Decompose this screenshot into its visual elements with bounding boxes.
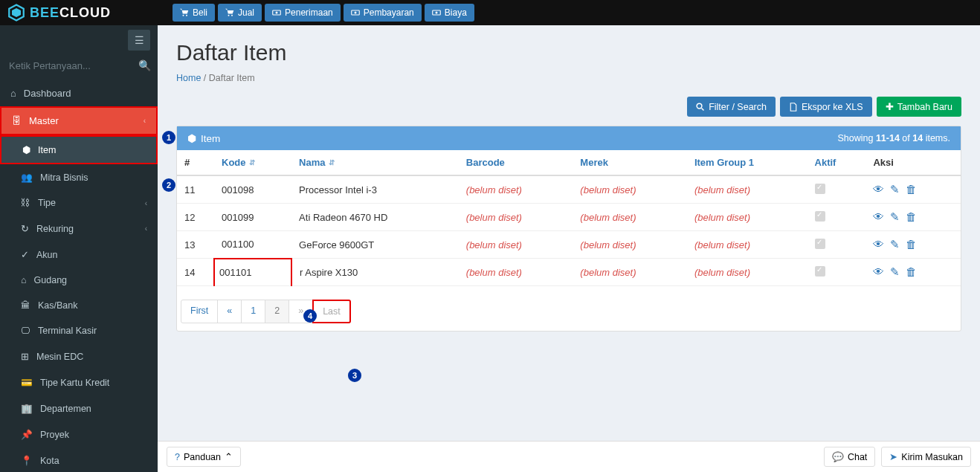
edit-icon[interactable]: ✎ (890, 238, 900, 251)
cube-icon: ⬢ (187, 132, 196, 144)
annotation-4: 4 (303, 309, 317, 323)
col-group[interactable]: Item Group 1 (687, 150, 807, 175)
sidebar-item-tipe[interactable]: ⛓Tipe‹ (0, 190, 158, 216)
table-row: 11 001098 Processor Intel i-3 (belum dis… (177, 175, 961, 204)
cell-nama: Ati Radeon 4670 HD (291, 204, 459, 231)
view-icon[interactable]: 👁 (873, 210, 884, 224)
chevron-left-icon: ‹ (145, 224, 147, 233)
cell-group: (belum diset) (687, 231, 807, 259)
sidebar-item-dashboard[interactable]: ⌂Dashboard (0, 80, 158, 106)
brand-text: BEECLOUD (30, 5, 111, 21)
checked-icon (815, 239, 825, 249)
col-kode[interactable]: Kode ⇵ (214, 150, 291, 175)
sidebar-item-kasbank[interactable]: 🏛Kas/Bank (0, 293, 158, 318)
delete-icon[interactable]: 🗑 (906, 265, 917, 279)
item-panel: ⬢Item Showing 11-14 of 14 items. # Kode … (176, 126, 961, 332)
view-icon[interactable]: 👁 (873, 265, 884, 279)
master-submenu: ⬢Item 👥Mitra Bisnis ⛓Tipe‹ ↻Rekuring‹ ✓A… (0, 135, 158, 472)
col-merek[interactable]: Merek (573, 150, 687, 175)
penerimaan-button[interactable]: Penerimaan (265, 4, 341, 22)
search-input[interactable] (9, 60, 134, 71)
chevron-left-icon: ‹ (144, 117, 146, 125)
sidebar-item-mitra[interactable]: 👥Mitra Bisnis (0, 164, 158, 190)
sort-icon: ⇵ (249, 158, 255, 167)
jual-button[interactable]: Jual (218, 4, 262, 22)
action-bar: Filter / Search Ekspor ke XLS ✚Tambah Ba… (176, 97, 961, 117)
cell-index: 13 (177, 231, 214, 259)
page-2[interactable]: 2 (265, 300, 289, 323)
export-xls-button[interactable]: Ekspor ke XLS (780, 97, 872, 117)
page-1[interactable]: 1 (241, 300, 265, 323)
cell-nama: r Aspire X130 (291, 259, 459, 286)
sidebar-item-tipekartu[interactable]: 💳Tipe Kartu Kredit (0, 369, 158, 395)
panduan-button[interactable]: ? Panduan ⌃ (167, 447, 241, 467)
edit-icon[interactable]: ✎ (890, 210, 900, 224)
svg-point-2 (183, 15, 184, 16)
biaya-button[interactable]: Biaya (425, 4, 474, 22)
showing-summary: Showing 11-14 of 14 items. (837, 133, 950, 143)
sidebar-item-proyek[interactable]: 📌Proyek (0, 421, 158, 447)
dashboard-icon: ⌂ (10, 88, 16, 99)
page-prev[interactable]: « (217, 300, 242, 323)
crumb-home[interactable]: Home (176, 73, 201, 83)
sidebar-item-kota[interactable]: 📍Kota (0, 447, 158, 472)
brand[interactable]: BEECLOUD (7, 4, 165, 22)
cell-merek: (belum diset) (573, 259, 687, 286)
delete-icon[interactable]: 🗑 (906, 238, 917, 251)
sidebar-item-terminal[interactable]: 🖵Terminal Kasir (0, 318, 158, 343)
cell-nama: Processor Intel i-3 (291, 175, 459, 204)
check-icon: ✓ (21, 249, 29, 260)
row-actions: 👁✎🗑 (873, 183, 953, 196)
add-new-button[interactable]: ✚Tambah Baru (877, 97, 961, 117)
sidebar-item-mesin[interactable]: ⊞Mesin EDC (0, 343, 158, 369)
money-icon (432, 8, 441, 17)
feedback-button[interactable]: ➤ Kirim Masukan (881, 447, 971, 467)
sidebar-item-akun[interactable]: ✓Akun (0, 242, 158, 268)
users-icon: 👥 (21, 172, 33, 183)
sidebar-toggle[interactable]: ☰ (128, 30, 150, 51)
file-icon (789, 103, 798, 111)
svg-point-3 (186, 15, 187, 16)
col-aktif[interactable]: Aktif (807, 150, 866, 175)
col-nama[interactable]: Nama ⇵ (291, 150, 459, 175)
page-last[interactable]: Last (312, 300, 351, 323)
sidebar-item-gudang[interactable]: ⌂Gudang (0, 268, 158, 293)
bank-icon: 🏛 (21, 300, 30, 311)
col-aksi: Aksi (865, 150, 961, 175)
filter-search-button[interactable]: Filter / Search (687, 97, 776, 117)
cell-index: 12 (177, 204, 214, 231)
table-row: 12 001099 Ati Radeon 4670 HD (belum dise… (177, 204, 961, 231)
content: Daftar Item Home / Daftar Item Filter / … (158, 25, 980, 472)
edit-icon[interactable]: ✎ (890, 183, 900, 196)
pagination: First « 1 2 » Last (181, 300, 956, 323)
edit-icon[interactable]: ✎ (890, 265, 900, 279)
sidebar-item-master[interactable]: 🗄Master‹ (0, 106, 158, 135)
view-icon[interactable]: 👁 (873, 183, 884, 196)
delete-icon[interactable]: 🗑 (906, 183, 917, 196)
svg-point-7 (276, 12, 278, 14)
sidebar-item-item[interactable]: ⬢Item (0, 135, 158, 164)
breadcrumb: Home / Daftar Item (176, 73, 961, 83)
sidebar-item-departemen[interactable]: 🏢Departemen (0, 395, 158, 421)
sidebar: ☰ 🔍 ⌂Dashboard 🗄Master‹ ⬢Item 👥Mitra Bis… (0, 25, 158, 472)
sitemap-icon: ⛓ (21, 198, 30, 208)
page-first[interactable]: First (181, 300, 218, 323)
search-icon[interactable]: 🔍 (138, 59, 151, 71)
delete-icon[interactable]: 🗑 (906, 210, 917, 224)
logo-icon (7, 4, 25, 22)
database-icon: 🗄 (12, 115, 22, 126)
pembayaran-button[interactable]: Pembayaran (344, 4, 422, 22)
cell-group: (belum diset) (687, 259, 807, 286)
sort-icon: ⇵ (329, 158, 335, 167)
view-icon[interactable]: 👁 (873, 238, 884, 251)
cell-barcode: (belum diset) (459, 231, 573, 259)
cell-kode: 001099 (214, 204, 291, 231)
cell-aktif (807, 259, 866, 286)
thumbtack-icon: 📌 (21, 429, 33, 440)
sidebar-item-rekuring[interactable]: ↻Rekuring‹ (0, 216, 158, 242)
chat-button[interactable]: 💬 Chat (824, 447, 875, 467)
annotation-2: 2 (162, 178, 175, 192)
credit-card-icon: 💳 (21, 377, 33, 388)
col-barcode[interactable]: Barcode (459, 150, 573, 175)
beli-button[interactable]: Beli (173, 4, 215, 22)
